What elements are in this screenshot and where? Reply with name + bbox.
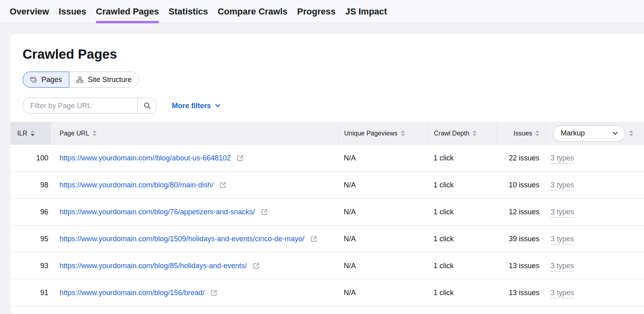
ilr-cell: 96 (10, 207, 51, 217)
toggle-site-structure[interactable]: Site Structure (69, 72, 138, 87)
page-url-cell: https://www.yourdomain.com/blog/1509/hol… (51, 234, 339, 244)
more-filters-button[interactable]: More filters (172, 102, 221, 110)
view-toggle: Pages Site Structure (23, 72, 139, 88)
markup-types-link[interactable]: 3 types (551, 262, 574, 271)
external-link-icon[interactable] (260, 208, 268, 216)
site-structure-icon (76, 76, 84, 84)
crawl-depth-cell: 1 click (428, 180, 496, 190)
table-header: ILR Page URL Unique Pageviews Crawl Dept… (10, 122, 644, 145)
unique-pageviews-cell: N/A (339, 153, 428, 163)
table-row: 95 https://www.yourdomain.com/blog/1509/… (10, 226, 644, 252)
page-url-link[interactable]: https://www.yourdomain.com/blog/85/holid… (60, 261, 247, 271)
markup-cell: 3 types (545, 234, 644, 244)
page-url-link[interactable]: https://www.yourdomain.com/blog/1509/hol… (60, 234, 304, 244)
column-label: Crawl Depth (434, 130, 469, 137)
external-link-icon[interactable] (210, 289, 218, 297)
page-title: Crawled Pages (23, 46, 644, 62)
toggle-pages-label: Pages (41, 76, 62, 84)
nav-tab-label: Crawled Pages (96, 6, 159, 17)
filter-row: More filters (23, 98, 644, 114)
sort-icon (401, 130, 405, 136)
search-icon (143, 102, 151, 110)
crawled-pages-table: ILR Page URL Unique Pageviews Crawl Dept… (10, 122, 644, 306)
crawl-depth-cell: 1 click (428, 288, 496, 298)
nav-tab-label: Overview (10, 6, 49, 17)
column-header-unique-pageviews[interactable]: Unique Pageviews (339, 122, 428, 145)
ilr-cell: 91 (10, 288, 51, 298)
column-label: Page URL (60, 130, 89, 137)
issues-cell: 39 issues (496, 234, 545, 244)
external-link-icon[interactable] (236, 154, 244, 162)
markup-select-value: Markup (561, 129, 585, 138)
crawl-depth-cell: 1 click (428, 261, 496, 271)
pages-icon (30, 76, 37, 84)
nav-tab-crawled-pages[interactable]: Crawled Pages (96, 0, 159, 23)
markup-types-link[interactable]: 3 types (551, 181, 574, 191)
table-row: 96 https://www.yourdomain.com/blog/76/ap… (10, 199, 644, 226)
sort-icon[interactable] (629, 130, 633, 136)
markup-cell: 3 types (545, 261, 644, 271)
ilr-cell: 98 (10, 180, 51, 190)
page-url-link[interactable]: https://www.yourdomain.com/blog/156/brea… (60, 288, 204, 298)
unique-pageviews-cell: N/A (339, 207, 428, 217)
sort-icon (31, 130, 35, 136)
ilr-cell: 100 (10, 153, 51, 163)
unique-pageviews-cell: N/A (339, 234, 428, 244)
page-url-cell: https://www.yourdomain.com/blog/85/holid… (51, 261, 339, 271)
sort-icon (93, 130, 97, 136)
issues-cell: 13 issues (496, 261, 545, 271)
page-url-filter-input[interactable] (23, 98, 137, 114)
issues-cell: 12 issues (496, 207, 545, 217)
external-link-icon[interactable] (219, 181, 227, 189)
unique-pageviews-cell: N/A (339, 261, 428, 271)
sort-icon (535, 130, 539, 136)
page-url-link[interactable]: https://www.yourdomain.com/blog/76/appet… (60, 207, 255, 217)
issues-cell: 22 issues (496, 153, 545, 163)
nav-tab-overview[interactable]: Overview (10, 0, 49, 23)
nav-tab-statistics[interactable]: Statistics (169, 0, 208, 23)
page-url-cell: https://www.yourdomain.com/blog/156/brea… (51, 288, 339, 298)
markup-cell: 3 types (545, 207, 644, 217)
page-url-link[interactable]: https://www.yourdomain.com/blog/80/main-… (60, 180, 213, 190)
search-button[interactable] (137, 98, 157, 114)
page-url-link[interactable]: https://www.yourdomain.com//blog/about-u… (60, 153, 231, 163)
page-url-cell: https://www.yourdomain.com//blog/about-u… (51, 153, 339, 163)
sort-icon (473, 130, 477, 136)
markup-types-link[interactable]: 3 types (551, 154, 574, 164)
crawl-depth-cell: 1 click (428, 207, 496, 217)
column-header-crawl-depth[interactable]: Crawl Depth (428, 122, 496, 145)
crawled-pages-card: Crawled Pages Pages (10, 34, 644, 314)
column-label: Issues (514, 130, 532, 137)
table-row: 100 https://www.yourdomain.com//blog/abo… (10, 145, 644, 172)
toggle-pages[interactable]: Pages (23, 72, 69, 88)
nav-tab-progress[interactable]: Progress (297, 0, 335, 23)
nav-tab-issues[interactable]: Issues (59, 0, 87, 23)
markup-column-select[interactable]: Markup (553, 125, 625, 142)
external-link-icon[interactable] (252, 262, 260, 270)
markup-types-link[interactable]: 3 types (551, 208, 574, 218)
top-navigation: OverviewIssuesCrawled PagesStatisticsCom… (0, 0, 644, 23)
nav-tab-label: JS Impact (345, 6, 387, 17)
nav-tab-compare-crawls[interactable]: Compare Crawls (218, 0, 288, 23)
nav-tab-label: Progress (297, 6, 335, 17)
table-row: 91 https://www.yourdomain.com/blog/156/b… (10, 279, 644, 306)
column-header-ilr[interactable]: ILR (10, 122, 51, 145)
crawl-depth-cell: 1 click (428, 153, 496, 163)
markup-types-link[interactable]: 3 types (551, 235, 574, 244)
issues-cell: 10 issues (496, 180, 545, 190)
nav-tab-js-impact[interactable]: JS Impact (345, 0, 387, 23)
column-label: Unique Pageviews (344, 130, 398, 137)
external-link-icon[interactable] (310, 235, 318, 243)
markup-cell: 3 types (545, 288, 644, 298)
ilr-cell: 93 (10, 261, 51, 271)
unique-pageviews-cell: N/A (339, 180, 428, 190)
chevron-down-icon (612, 130, 618, 136)
column-header-page-url[interactable]: Page URL (51, 122, 339, 145)
toggle-site-structure-label: Site Structure (88, 76, 132, 84)
markup-types-link[interactable]: 3 types (551, 289, 574, 298)
markup-cell: 3 types (545, 180, 644, 190)
markup-cell: 3 types (545, 153, 644, 163)
column-label: ILR (17, 130, 27, 137)
column-header-issues[interactable]: Issues (496, 122, 545, 145)
crawl-depth-cell: 1 click (428, 234, 496, 244)
